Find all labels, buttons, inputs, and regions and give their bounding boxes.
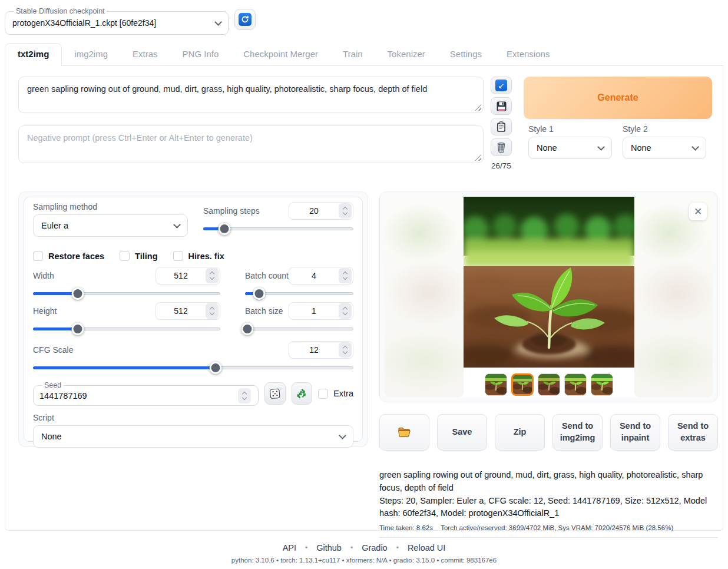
- gallery-backdrop-left: [385, 197, 464, 397]
- number-spinner[interactable]: [339, 203, 352, 219]
- cfg-scale-slider[interactable]: [33, 361, 353, 374]
- script-select[interactable]: None: [33, 425, 353, 448]
- cfg-scale-input[interactable]: 12: [289, 341, 353, 359]
- negative-prompt-placeholder: Negative prompt (press Ctrl+Enter or Alt…: [27, 133, 253, 143]
- restore-faces-label: Restore faces: [48, 252, 104, 261]
- github-link[interactable]: Github: [316, 543, 342, 553]
- height-input[interactable]: 512: [155, 302, 220, 320]
- sampling-steps-slider[interactable]: [203, 222, 353, 235]
- resize-handle[interactable]: [475, 154, 481, 161]
- hires-fix-checkbox[interactable]: Hires. fix: [173, 251, 224, 261]
- tab-train[interactable]: Train: [330, 44, 375, 65]
- thumbnail-strip: [385, 373, 713, 396]
- time-taken: Time taken: 8.62s: [379, 524, 433, 531]
- negative-prompt-textarea[interactable]: Negative prompt (press Ctrl+Enter or Alt…: [18, 125, 484, 163]
- clipboard-icon: [496, 121, 507, 133]
- batch-count-input[interactable]: 4: [289, 267, 353, 284]
- apply-style-button[interactable]: [491, 118, 512, 135]
- sampling-steps-input[interactable]: 20: [289, 202, 353, 220]
- generation-info-params: Steps: 20, Sampler: Euler a, CFG scale: …: [379, 495, 716, 521]
- tab-extras[interactable]: Extras: [120, 44, 170, 65]
- restore-faces-checkbox[interactable]: Restore faces: [33, 251, 104, 261]
- cfg-scale-value: 12: [289, 345, 339, 355]
- thumbnail-4[interactable]: [564, 373, 587, 396]
- style2-value: None: [631, 143, 651, 153]
- seed-value: 1441787169: [39, 391, 87, 401]
- main-tabs: txt2img img2img Extras PNG Info Checkpoi…: [5, 43, 723, 66]
- tab-tokenizer[interactable]: Tokenizer: [375, 44, 438, 65]
- width-label: Width: [33, 271, 54, 280]
- extra-seed-checkbox[interactable]: Extra: [318, 389, 353, 399]
- checkpoint-select[interactable]: protogenX34OfficialR_1.ckpt [60fe2f34]: [11, 15, 222, 31]
- random-seed-button[interactable]: [264, 382, 286, 405]
- width-input[interactable]: 512: [155, 267, 220, 284]
- open-folder-button[interactable]: [379, 414, 429, 451]
- width-slider[interactable]: [33, 287, 220, 300]
- width-value: 512: [156, 271, 206, 280]
- tiling-checkbox[interactable]: Tiling: [120, 251, 157, 261]
- save-style-button[interactable]: [491, 97, 512, 115]
- close-gallery-button[interactable]: ✕: [689, 203, 707, 220]
- style1-select[interactable]: None: [528, 137, 612, 159]
- dot-separator: •: [350, 544, 353, 552]
- sampling-method-label: Sampling method: [33, 202, 188, 211]
- number-spinner[interactable]: [339, 303, 352, 319]
- batch-size-label: Batch size: [245, 306, 283, 316]
- dot-separator: •: [396, 544, 399, 552]
- chevron-down-icon: [173, 221, 181, 229]
- version-info: python: 3.10.6 • torch: 1.13.1+cu117 • x…: [5, 557, 723, 564]
- api-link[interactable]: API: [283, 543, 296, 553]
- vram-info: Torch active/reserved: 3699/4702 MiB, Sy…: [441, 524, 673, 531]
- number-spinner[interactable]: [206, 268, 219, 283]
- number-spinner[interactable]: [238, 388, 251, 403]
- zip-button[interactable]: Zip: [495, 414, 545, 451]
- clear-prompt-button[interactable]: [491, 138, 512, 156]
- dice-icon: [269, 388, 281, 399]
- batch-count-value: 4: [289, 271, 339, 280]
- reuse-seed-button[interactable]: [292, 382, 313, 405]
- checkbox-icon: [120, 251, 130, 261]
- thumbnail-5[interactable]: [591, 373, 613, 396]
- batch-count-slider[interactable]: [245, 287, 353, 300]
- refresh-icon: [239, 13, 252, 26]
- seed-fieldset: Seed 1441787169: [33, 381, 259, 406]
- number-spinner[interactable]: [339, 268, 352, 283]
- style1-label: Style 1: [528, 124, 612, 134]
- tab-txt2img[interactable]: txt2img: [5, 43, 62, 66]
- resize-handle[interactable]: [475, 104, 481, 111]
- tab-extensions[interactable]: Extensions: [494, 44, 562, 65]
- prompt-textarea[interactable]: green sapling rowing out of ground, mud,…: [18, 77, 484, 113]
- save-button[interactable]: Save: [437, 414, 487, 451]
- thumbnail-1[interactable]: [485, 373, 507, 396]
- seed-input[interactable]: 1441787169: [39, 389, 252, 402]
- send-to-img2img-button[interactable]: Send to img2img: [552, 414, 603, 451]
- tab-img2img[interactable]: img2img: [62, 44, 120, 65]
- hires-fix-label: Hires. fix: [188, 252, 224, 261]
- number-spinner[interactable]: [206, 303, 219, 319]
- generated-image[interactable]: [464, 197, 634, 368]
- batch-size-input[interactable]: 1: [289, 302, 353, 320]
- thumbnail-3[interactable]: [538, 373, 560, 396]
- checkbox-icon: [173, 251, 183, 261]
- generate-button[interactable]: Generate: [524, 77, 712, 119]
- number-spinner[interactable]: [339, 342, 352, 358]
- batch-size-slider[interactable]: [245, 322, 353, 335]
- arrow-down-left-icon: ↙: [495, 80, 507, 91]
- style2-select[interactable]: None: [623, 137, 706, 159]
- height-slider[interactable]: [33, 322, 220, 335]
- seed-label: Seed: [42, 381, 64, 389]
- reload-ui-link[interactable]: Reload UI: [408, 543, 445, 553]
- tab-checkpoint-merger[interactable]: Checkpoint Merger: [231, 44, 330, 65]
- send-to-inpaint-button[interactable]: Send to inpaint: [610, 414, 660, 451]
- tab-settings[interactable]: Settings: [438, 44, 494, 65]
- refresh-checkpoints-button[interactable]: [234, 9, 256, 30]
- tab-png-info[interactable]: PNG Info: [170, 44, 231, 65]
- gradio-link[interactable]: Gradio: [362, 543, 388, 553]
- sampling-method-select[interactable]: Euler a: [33, 214, 188, 237]
- thumbnail-2-selected[interactable]: [511, 373, 534, 396]
- send-to-extras-button[interactable]: Send to extras: [668, 414, 718, 451]
- generation-info: green sapling rowing out of ground, mud,…: [379, 469, 718, 538]
- checkpoint-fieldset: Stable Diffusion checkpoint protogenX34O…: [5, 7, 229, 35]
- read-params-button[interactable]: ↙: [491, 77, 512, 94]
- token-counter: 26/75: [491, 161, 511, 170]
